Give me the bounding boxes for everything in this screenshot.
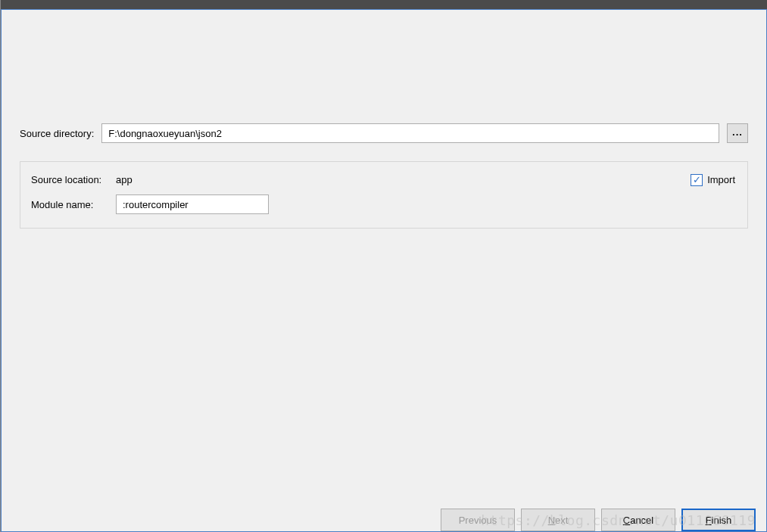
import-checkbox[interactable]: ✓ [691, 174, 703, 186]
module-name-label: Module name: [31, 199, 110, 210]
module-name-input[interactable] [116, 194, 269, 214]
title-bar [1, 0, 767, 9]
source-location-row: Source location: app ✓ Import [31, 173, 735, 187]
dialog-footer: https://blog.csdn.net/u011068119 Previou… [2, 501, 766, 531]
source-directory-label: Source directory: [20, 128, 94, 139]
module-name-row: Module name: [31, 194, 735, 214]
next-button: Next [521, 509, 595, 531]
cancel-button[interactable]: Cancel [601, 509, 675, 531]
previous-button: Previous [441, 509, 515, 531]
source-location-value: app [116, 173, 133, 187]
source-directory-input[interactable] [101, 123, 719, 143]
dialog-body: Source directory: ... Source location: a… [2, 10, 766, 501]
dialog: Source directory: ... Source location: a… [1, 9, 767, 532]
source-location-label: Source location: [31, 174, 110, 185]
import-label: Import [707, 174, 735, 185]
browse-button[interactable]: ... [727, 123, 748, 143]
source-directory-row: Source directory: ... [20, 123, 748, 143]
window-frame: Source directory: ... Source location: a… [0, 0, 767, 532]
check-icon: ✓ [693, 175, 701, 185]
finish-button[interactable]: Finish [681, 509, 756, 531]
import-group: ✓ Import [691, 174, 735, 186]
module-panel: Source location: app ✓ Import Module nam… [20, 161, 748, 229]
